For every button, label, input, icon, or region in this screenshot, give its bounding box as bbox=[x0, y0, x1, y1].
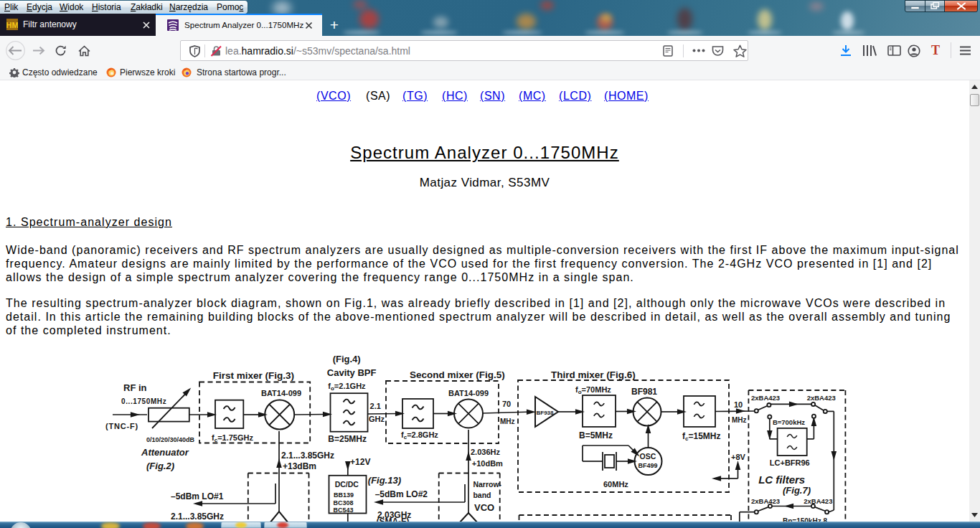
svg-text:(TNC-F): (TNC-F) bbox=[105, 422, 138, 430]
svg-text:B=5MHz: B=5MHz bbox=[579, 430, 613, 440]
svg-text:(Fig.4): (Fig.4) bbox=[333, 354, 361, 364]
svg-text:+13dBm: +13dBm bbox=[283, 461, 316, 471]
svg-text:–5dBm LO#1: –5dBm LO#1 bbox=[171, 491, 224, 501]
svg-text:VCO: VCO bbox=[474, 502, 494, 513]
svg-text:2xBA423: 2xBA423 bbox=[804, 497, 832, 505]
svg-text:OSC: OSC bbox=[640, 452, 656, 461]
svg-text:band: band bbox=[473, 491, 491, 499]
svg-text:Attenuator: Attenuator bbox=[141, 447, 189, 458]
svg-text:B=25MHz: B=25MHz bbox=[328, 434, 367, 444]
svg-text:0/10/20/30/40dB: 0/10/20/30/40dB bbox=[146, 436, 195, 443]
svg-text:+10dBm: +10dBm bbox=[472, 459, 503, 468]
svg-text:2xBA423: 2xBA423 bbox=[751, 394, 780, 402]
svg-text:fo=70MHz: fo=70MHz bbox=[575, 385, 611, 395]
svg-text:fc=1.75GHz: fc=1.75GHz bbox=[212, 433, 253, 443]
svg-text:GHz: GHz bbox=[369, 415, 385, 423]
svg-text:2.036Hz: 2.036Hz bbox=[471, 448, 500, 456]
svg-text:2.1...3.85GHz: 2.1...3.85GHz bbox=[281, 451, 334, 461]
svg-text:Narrow-: Narrow- bbox=[473, 480, 501, 489]
svg-text:70: 70 bbox=[502, 400, 511, 408]
svg-text:+12V: +12V bbox=[350, 457, 370, 467]
svg-text:LC filters: LC filters bbox=[758, 473, 805, 486]
svg-text:MHz: MHz bbox=[732, 416, 747, 424]
svg-text:LC+BFR96: LC+BFR96 bbox=[770, 458, 810, 467]
svg-text:BC543: BC543 bbox=[333, 506, 353, 514]
svg-text:Second mixer (Fig.5): Second mixer (Fig.5) bbox=[410, 369, 505, 380]
svg-text:10: 10 bbox=[734, 400, 743, 409]
svg-text:BAT14-099: BAT14-099 bbox=[448, 389, 489, 397]
svg-text:DC/DC: DC/DC bbox=[335, 480, 359, 489]
svg-text:(Fig.7): (Fig.7) bbox=[783, 485, 811, 496]
svg-text:0...1750MHz: 0...1750MHz bbox=[121, 397, 166, 405]
svg-text:+8V: +8V bbox=[731, 453, 746, 461]
svg-text:Third mixer (Fig.6): Third mixer (Fig.6) bbox=[551, 369, 636, 380]
svg-text:fo=2.1GHz: fo=2.1GHz bbox=[328, 382, 366, 392]
svg-text:–5dBm LO#2: –5dBm LO#2 bbox=[375, 489, 428, 499]
svg-text:(Fig.2): (Fig.2) bbox=[146, 461, 174, 471]
svg-text:2xBA423: 2xBA423 bbox=[807, 394, 836, 402]
svg-text:fc=15MHz: fc=15MHz bbox=[682, 431, 720, 442]
svg-text:2xBA423: 2xBA423 bbox=[751, 497, 780, 505]
svg-text:BC308: BC308 bbox=[333, 499, 353, 506]
svg-text:BF499: BF499 bbox=[638, 462, 657, 469]
svg-text:MHz: MHz bbox=[500, 418, 515, 425]
svg-text:First mixer (Fig.3): First mixer (Fig.3) bbox=[213, 370, 294, 381]
svg-text:BF981: BF981 bbox=[631, 387, 657, 397]
svg-text:fc=2.8GHz: fc=2.8GHz bbox=[401, 430, 438, 440]
svg-text:Cavity BPF: Cavity BPF bbox=[327, 367, 377, 378]
svg-text:2.1...3.85GHz: 2.1...3.85GHz bbox=[171, 512, 224, 522]
svg-text:2.1: 2.1 bbox=[370, 402, 381, 410]
svg-text:(Fig.13): (Fig.13) bbox=[368, 475, 401, 486]
svg-text:BAT14-099: BAT14-099 bbox=[261, 389, 301, 397]
svg-text:RF in: RF in bbox=[123, 382, 147, 393]
svg-text:B=700kHz: B=700kHz bbox=[773, 418, 805, 426]
svg-text:60MHz: 60MHz bbox=[603, 480, 628, 489]
svg-text:BF938: BF938 bbox=[537, 410, 555, 416]
svg-text:HM: HM bbox=[6, 21, 18, 29]
svg-text:BB139: BB139 bbox=[334, 491, 354, 499]
